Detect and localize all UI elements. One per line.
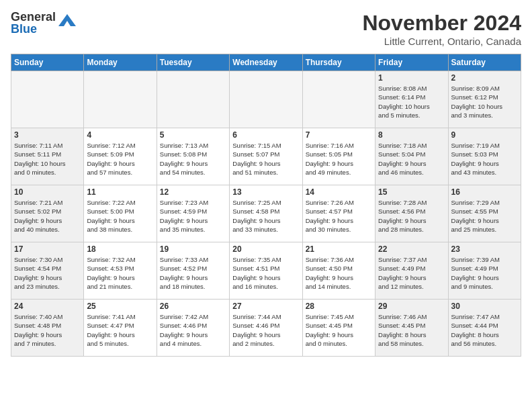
calendar-week-row: 3Sunrise: 7:11 AM Sunset: 5:11 PM Daylig… [11, 128, 521, 185]
day-number: 1 [378, 73, 445, 83]
day-info: Sunrise: 7:12 AM Sunset: 5:09 PM Dayligh… [87, 141, 153, 177]
day-info: Sunrise: 7:45 AM Sunset: 4:45 PM Dayligh… [306, 312, 372, 348]
header-saturday: Saturday [448, 54, 521, 71]
calendar-cell: 23Sunrise: 7:39 AM Sunset: 4:49 PM Dayli… [448, 242, 521, 300]
day-number: 11 [87, 187, 153, 197]
day-info: Sunrise: 7:22 AM Sunset: 5:00 PM Dayligh… [87, 198, 153, 234]
day-number: 24 [14, 302, 81, 311]
calendar-cell: 4Sunrise: 7:12 AM Sunset: 5:09 PM Daylig… [84, 128, 157, 185]
day-info: Sunrise: 7:46 AM Sunset: 4:45 PM Dayligh… [378, 312, 445, 348]
day-number: 19 [160, 244, 226, 254]
day-number: 17 [14, 244, 81, 254]
calendar-cell: 5Sunrise: 7:13 AM Sunset: 5:08 PM Daylig… [157, 128, 229, 185]
day-info: Sunrise: 7:25 AM Sunset: 4:58 PM Dayligh… [232, 198, 299, 234]
calendar-cell: 21Sunrise: 7:36 AM Sunset: 4:50 PM Dayli… [302, 242, 375, 300]
day-info: Sunrise: 7:13 AM Sunset: 5:08 PM Dayligh… [160, 141, 226, 177]
calendar-cell: 27Sunrise: 7:44 AM Sunset: 4:46 PM Dayli… [230, 300, 302, 357]
calendar-cell: 22Sunrise: 7:37 AM Sunset: 4:49 PM Dayli… [375, 242, 448, 300]
calendar-cell: 25Sunrise: 7:41 AM Sunset: 4:47 PM Dayli… [84, 300, 157, 357]
day-info: Sunrise: 7:11 AM Sunset: 5:11 PM Dayligh… [14, 141, 81, 177]
day-info: Sunrise: 7:42 AM Sunset: 4:46 PM Dayligh… [160, 312, 226, 348]
day-info: Sunrise: 7:21 AM Sunset: 5:02 PM Dayligh… [14, 198, 81, 234]
day-info: Sunrise: 8:08 AM Sunset: 6:14 PM Dayligh… [378, 84, 445, 120]
header-sunday: Sunday [11, 54, 84, 71]
day-number: 8 [378, 130, 445, 140]
logo-icon [57, 13, 77, 33]
calendar-cell [84, 71, 157, 128]
calendar-cell: 2Sunrise: 8:09 AM Sunset: 6:12 PM Daylig… [448, 71, 521, 128]
day-number: 10 [14, 187, 81, 197]
calendar-cell: 6Sunrise: 7:15 AM Sunset: 5:07 PM Daylig… [230, 128, 302, 185]
calendar-cell: 1Sunrise: 8:08 AM Sunset: 6:14 PM Daylig… [375, 71, 448, 128]
day-info: Sunrise: 7:16 AM Sunset: 5:05 PM Dayligh… [306, 141, 372, 177]
calendar-header-row: SundayMondayTuesdayWednesdayThursdayFrid… [11, 54, 521, 71]
day-number: 16 [451, 187, 518, 197]
day-info: Sunrise: 7:39 AM Sunset: 4:49 PM Dayligh… [451, 255, 518, 291]
day-number: 22 [378, 244, 445, 254]
day-info: Sunrise: 7:15 AM Sunset: 5:07 PM Dayligh… [232, 141, 299, 177]
location-subtitle: Little Current, Ontario, Canada [362, 36, 521, 47]
day-info: Sunrise: 7:32 AM Sunset: 4:53 PM Dayligh… [87, 255, 153, 291]
day-info: Sunrise: 7:47 AM Sunset: 4:44 PM Dayligh… [451, 312, 518, 348]
day-info: Sunrise: 7:41 AM Sunset: 4:47 PM Dayligh… [87, 312, 153, 348]
day-number: 15 [378, 187, 445, 197]
day-number: 4 [87, 130, 153, 140]
logo-blue-text: Blue [11, 23, 56, 35]
day-number: 29 [378, 302, 445, 311]
calendar-week-row: 1Sunrise: 8:08 AM Sunset: 6:14 PM Daylig… [11, 71, 521, 128]
logo: General Blue [11, 11, 77, 35]
calendar-cell: 29Sunrise: 7:46 AM Sunset: 4:45 PM Dayli… [375, 300, 448, 357]
calendar-cell [230, 71, 302, 128]
calendar-cell: 17Sunrise: 7:30 AM Sunset: 4:54 PM Dayli… [11, 242, 84, 300]
day-info: Sunrise: 7:30 AM Sunset: 4:54 PM Dayligh… [14, 255, 81, 291]
day-info: Sunrise: 7:23 AM Sunset: 4:59 PM Dayligh… [160, 198, 226, 234]
calendar-cell: 28Sunrise: 7:45 AM Sunset: 4:45 PM Dayli… [302, 300, 375, 357]
day-info: Sunrise: 7:18 AM Sunset: 5:04 PM Dayligh… [378, 141, 445, 177]
calendar-cell: 15Sunrise: 7:28 AM Sunset: 4:56 PM Dayli… [375, 185, 448, 242]
month-title: November 2024 [362, 11, 521, 36]
day-number: 25 [87, 302, 153, 311]
calendar-cell: 3Sunrise: 7:11 AM Sunset: 5:11 PM Daylig… [11, 128, 84, 185]
calendar-week-row: 10Sunrise: 7:21 AM Sunset: 5:02 PM Dayli… [11, 185, 521, 242]
day-number: 20 [232, 244, 299, 254]
calendar-cell: 26Sunrise: 7:42 AM Sunset: 4:46 PM Dayli… [157, 300, 229, 357]
day-number: 13 [232, 187, 299, 197]
calendar-cell: 19Sunrise: 7:33 AM Sunset: 4:52 PM Dayli… [157, 242, 229, 300]
day-number: 9 [451, 130, 518, 140]
page-header: General Blue November 2024 Little Curren… [11, 11, 521, 47]
day-number: 23 [451, 244, 518, 254]
day-number: 6 [232, 130, 299, 140]
day-number: 5 [160, 130, 226, 140]
day-info: Sunrise: 7:19 AM Sunset: 5:03 PM Dayligh… [451, 141, 518, 177]
calendar-cell: 8Sunrise: 7:18 AM Sunset: 5:04 PM Daylig… [375, 128, 448, 185]
day-number: 2 [451, 73, 518, 83]
day-info: Sunrise: 7:29 AM Sunset: 4:55 PM Dayligh… [451, 198, 518, 234]
header-tuesday: Tuesday [157, 54, 229, 71]
calendar-week-row: 24Sunrise: 7:40 AM Sunset: 4:48 PM Dayli… [11, 300, 521, 357]
day-number: 12 [160, 187, 226, 197]
title-area: November 2024 Little Current, Ontario, C… [362, 11, 521, 47]
calendar-cell: 30Sunrise: 7:47 AM Sunset: 4:44 PM Dayli… [448, 300, 521, 357]
calendar-cell [157, 71, 229, 128]
calendar-cell: 18Sunrise: 7:32 AM Sunset: 4:53 PM Dayli… [84, 242, 157, 300]
header-friday: Friday [375, 54, 448, 71]
calendar-week-row: 17Sunrise: 7:30 AM Sunset: 4:54 PM Dayli… [11, 242, 521, 300]
calendar-cell [302, 71, 375, 128]
day-info: Sunrise: 7:28 AM Sunset: 4:56 PM Dayligh… [378, 198, 445, 234]
logo-general-text: General [11, 11, 56, 23]
day-info: Sunrise: 7:35 AM Sunset: 4:51 PM Dayligh… [232, 255, 299, 291]
day-number: 26 [160, 302, 226, 311]
calendar-cell: 16Sunrise: 7:29 AM Sunset: 4:55 PM Dayli… [448, 185, 521, 242]
day-info: Sunrise: 7:26 AM Sunset: 4:57 PM Dayligh… [306, 198, 372, 234]
day-info: Sunrise: 7:37 AM Sunset: 4:49 PM Dayligh… [378, 255, 445, 291]
calendar-cell: 9Sunrise: 7:19 AM Sunset: 5:03 PM Daylig… [448, 128, 521, 185]
day-info: Sunrise: 7:36 AM Sunset: 4:50 PM Dayligh… [306, 255, 372, 291]
day-number: 3 [14, 130, 81, 140]
header-monday: Monday [84, 54, 157, 71]
calendar-cell [11, 71, 84, 128]
day-number: 30 [451, 302, 518, 311]
calendar-cell: 7Sunrise: 7:16 AM Sunset: 5:05 PM Daylig… [302, 128, 375, 185]
day-number: 14 [306, 187, 372, 197]
day-number: 28 [306, 302, 372, 311]
day-info: Sunrise: 7:44 AM Sunset: 4:46 PM Dayligh… [232, 312, 299, 348]
